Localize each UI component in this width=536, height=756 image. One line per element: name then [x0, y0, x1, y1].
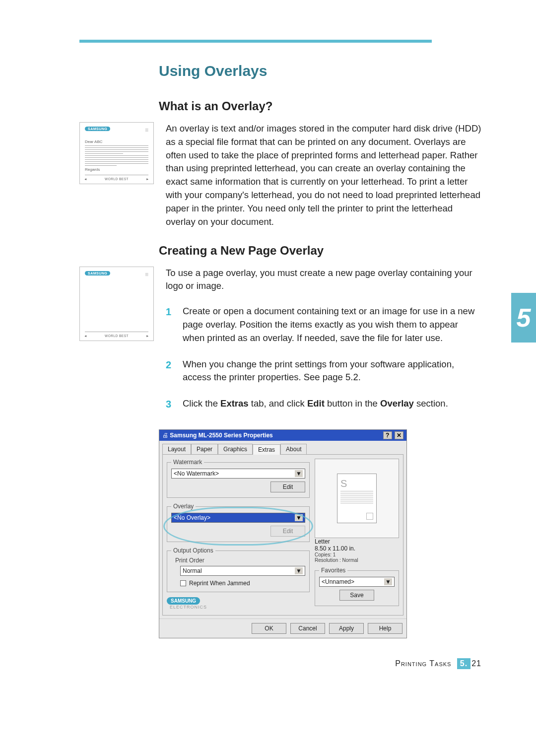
brand-subtext: ELECTRONICS — [170, 605, 310, 610]
tab-extras[interactable]: Extras — [253, 444, 280, 455]
watermark-legend: Watermark — [171, 459, 204, 466]
favorites-select[interactable]: <Unnamed>▼ — [319, 577, 395, 587]
samsung-logo-tiny-2: SAMSUNG — [85, 271, 110, 275]
printer-properties-dialog: 🖨 Samsung ML-2550 Series Properties ? ✕ … — [159, 429, 407, 638]
dialog-tabs: Layout Paper Graphics Extras About — [159, 441, 406, 454]
step-3: 3 Click the Extras tab, and click Edit b… — [166, 397, 481, 412]
chevron-down-icon: ▼ — [295, 567, 303, 574]
preview-paper: Letter — [315, 538, 399, 545]
favorites-save-button[interactable]: Save — [339, 590, 374, 601]
letter-footer-2: WORLD BEST — [85, 332, 148, 338]
letter-signoff: Regards — [85, 167, 148, 172]
section1-body: An overlay is text and/or images stored … — [166, 122, 481, 229]
tab-layout[interactable]: Layout — [162, 444, 191, 454]
watermark-select[interactable]: <No Watermark>▼ — [171, 469, 305, 479]
favorites-legend: Favorites — [319, 567, 347, 574]
chevron-down-icon: ▼ — [295, 514, 303, 521]
preview-resolution: Resolution : Normal — [315, 557, 399, 563]
footer-section: Printing Tasks — [395, 659, 451, 668]
step-1: 1Create or open a document containing te… — [166, 305, 481, 344]
tab-paper[interactable]: Paper — [191, 444, 218, 454]
favorites-group: Favorites <Unnamed>▼ Save — [315, 567, 399, 606]
step-1-text: Create or open a document containing tex… — [183, 305, 481, 344]
preview-size: 8.50 x 11.00 in. — [315, 545, 399, 552]
letter-greeting: Dear ABC — [85, 139, 148, 144]
close-icon[interactable]: ✕ — [395, 431, 403, 439]
printer-icon: 🖨 — [162, 432, 168, 439]
overlay-example-thumb-1: SAMSUNG ≡ Dear ABC Regards WORLD BEST — [79, 122, 154, 229]
output-legend: Output Options — [171, 547, 215, 554]
chapter-badge: 5 — [511, 293, 536, 343]
output-options-group: Output Options Print Order Normal▼ Repri… — [167, 547, 310, 592]
section2-heading: Creating a New Page Overlay — [159, 244, 481, 258]
overlay-select[interactable]: <No Overlay>▼ — [171, 513, 305, 523]
overlay-example-thumb-2: SAMSUNG ≡ WORLD BEST — [79, 267, 154, 425]
watermark-edit-button[interactable]: Edit — [270, 481, 305, 492]
header-rule — [79, 40, 432, 43]
section1-heading: What is an Overlay? — [159, 99, 481, 113]
tab-about[interactable]: About — [280, 444, 307, 454]
footer-page-number: 21 — [471, 659, 481, 668]
step-3-text: Click the Extras tab, and click Edit but… — [183, 397, 448, 412]
ok-button[interactable]: OK — [252, 623, 286, 634]
samsung-brand-logo: SAMSUNG — [167, 597, 200, 605]
section2-intro: To use a page overlay, you must create a… — [166, 267, 481, 293]
print-order-select[interactable]: Normal▼ — [180, 566, 305, 576]
watermark-group: Watermark <No Watermark>▼ Edit — [167, 459, 310, 498]
cancel-button[interactable]: Cancel — [290, 623, 325, 634]
step-2-text: When you change the print settings from … — [183, 358, 481, 385]
help-icon[interactable]: ? — [383, 431, 392, 439]
tab-graphics[interactable]: Graphics — [218, 444, 253, 454]
print-order-label: Print Order — [175, 557, 305, 564]
samsung-logo-tiny: SAMSUNG — [85, 127, 110, 131]
help-button[interactable]: Help — [368, 623, 402, 634]
page-footer: Printing Tasks 5.21 — [79, 658, 481, 669]
letter-footer: WORLD BEST — [85, 175, 148, 181]
dialog-title: Samsung ML-2550 Series Properties — [170, 432, 272, 439]
page-title: Using Overlays — [159, 63, 481, 79]
chevron-down-icon: ▼ — [295, 470, 303, 477]
preview-copies: Copies: 1 — [315, 552, 399, 557]
overlay-legend: Overlay — [171, 503, 196, 510]
step-2: 2When you change the print settings from… — [166, 358, 481, 385]
overlay-group: Overlay <No Overlay>▼ Edit — [167, 503, 310, 542]
checkbox-icon — [180, 580, 186, 586]
overlay-edit-button[interactable]: Edit — [270, 526, 305, 537]
apply-button[interactable]: Apply — [329, 623, 364, 634]
reprint-checkbox[interactable]: Reprint When Jammed — [180, 580, 305, 587]
chevron-down-icon: ▼ — [384, 578, 392, 585]
dialog-footer: OK Cancel Apply Help — [159, 619, 406, 638]
page-preview: S — [315, 459, 399, 538]
dialog-titlebar[interactable]: 🖨 Samsung ML-2550 Series Properties ? ✕ — [159, 430, 406, 441]
